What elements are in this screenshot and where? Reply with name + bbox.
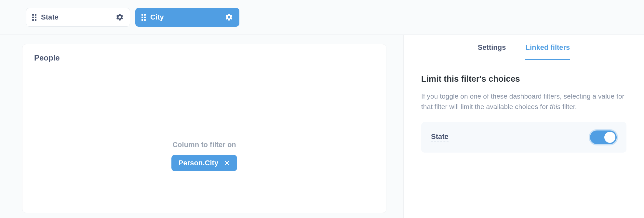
gear-icon[interactable] bbox=[225, 13, 233, 21]
grip-icon bbox=[141, 14, 146, 21]
filter-chip-label: State bbox=[41, 13, 59, 21]
linked-filter-option: State bbox=[421, 122, 626, 153]
filter-chip-city[interactable]: City bbox=[135, 8, 239, 27]
filter-chip-state[interactable]: State bbox=[26, 8, 130, 27]
dashboard-card: People Column to filter on Person.City bbox=[22, 44, 386, 213]
grip-icon bbox=[32, 14, 36, 21]
column-filter-label: Column to filter on bbox=[172, 141, 236, 149]
main-area: People Column to filter on Person.City S… bbox=[0, 35, 644, 218]
panel-title: Limit this filter's choices bbox=[421, 74, 626, 84]
sidebar-tabs: Settings Linked filters bbox=[404, 35, 644, 60]
filter-chip-label: City bbox=[150, 13, 164, 21]
tab-linked-filters[interactable]: Linked filters bbox=[525, 35, 570, 60]
tab-settings[interactable]: Settings bbox=[478, 35, 506, 60]
panel-description: If you toggle on one of these dashboard … bbox=[421, 91, 626, 112]
filter-chip-bar: State City bbox=[0, 0, 644, 35]
close-icon[interactable] bbox=[224, 160, 230, 166]
linked-filter-toggle[interactable] bbox=[590, 130, 617, 144]
column-pill[interactable]: Person.City bbox=[171, 155, 237, 171]
card-title: People bbox=[34, 53, 374, 62]
toggle-knob bbox=[604, 132, 615, 143]
linked-filter-label: State bbox=[431, 132, 449, 142]
column-pill-text: Person.City bbox=[179, 159, 218, 167]
sidebar: Settings Linked filters Limit this filte… bbox=[403, 35, 644, 218]
gear-icon[interactable] bbox=[115, 13, 124, 21]
linked-filters-panel: Limit this filter's choices If you toggl… bbox=[404, 60, 644, 153]
card-area: People Column to filter on Person.City bbox=[0, 35, 403, 218]
